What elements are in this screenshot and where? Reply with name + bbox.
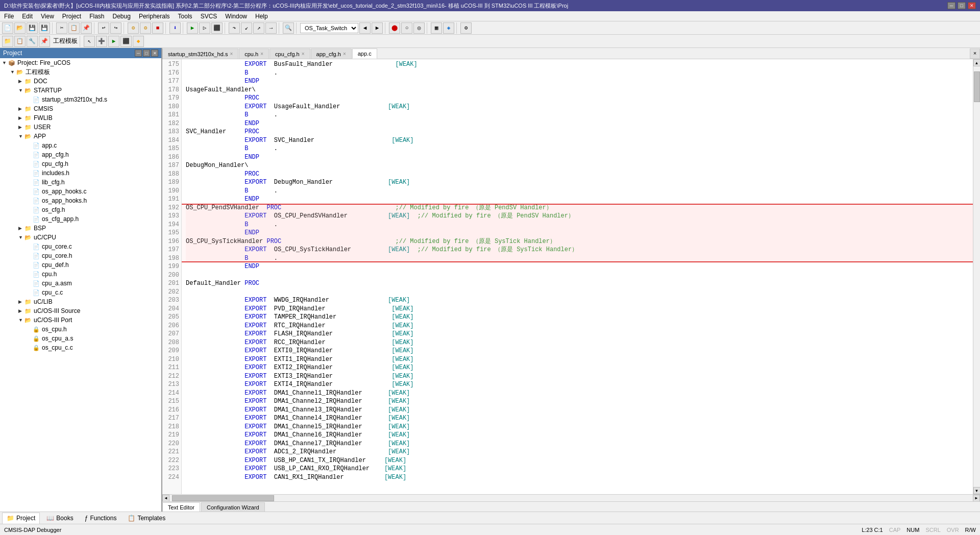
code-content[interactable]: EXPORT BusFault_Handler [WEAK] B . ENDPU… (182, 59, 973, 494)
menu-item-window[interactable]: Window (221, 11, 251, 21)
download-button[interactable]: ⬇ (169, 22, 181, 34)
tree-item[interactable]: ▼📂uC/OS-III Port (0, 315, 161, 325)
step-over-button[interactable]: ↷ (229, 22, 240, 34)
bottom-tab-project[interactable]: 📁Project (2, 513, 40, 524)
tree-item[interactable]: 🔒os_cpu.h (0, 325, 161, 334)
bottom-tab-books[interactable]: 📖Books (42, 513, 78, 524)
tree-item[interactable]: 📄os_cfg_app.h (0, 214, 161, 224)
tb2-btn2[interactable]: 📋 (14, 36, 26, 47)
tree-item[interactable]: ▼📂工程模板 (0, 67, 161, 77)
config-wizard-tab[interactable]: Configuration Wizard (201, 502, 265, 512)
editor-tab[interactable]: app_cfg.h× (311, 48, 352, 59)
project-close-button[interactable]: ✕ (151, 50, 158, 57)
scroll-right-button[interactable]: ▶ (973, 495, 980, 502)
redo-button[interactable]: ↪ (110, 22, 121, 34)
breakpoint-button[interactable]: ⬤ (389, 22, 400, 34)
tree-item[interactable]: ▶📁uC/OS-III Source (0, 306, 161, 315)
tree-item[interactable]: 📄cpu_cfg.h (0, 159, 161, 168)
clear-breakpoint-button[interactable]: ○ (401, 22, 412, 34)
save-button[interactable]: 💾 (27, 22, 38, 34)
tree-item[interactable]: 📄app_cfg.h (0, 150, 161, 159)
tree-item[interactable]: 📄cpu_a.asm (0, 279, 161, 288)
scroll-left-button[interactable]: ◀ (162, 495, 169, 502)
menu-item-view[interactable]: View (37, 11, 58, 21)
build-button[interactable]: ⚙ (128, 22, 139, 34)
tree-item[interactable]: ▶📁BSP (0, 224, 161, 233)
options-button[interactable]: ⚙ (460, 22, 472, 34)
tree-item[interactable]: 📄cpu_c.c (0, 288, 161, 297)
menu-item-tools[interactable]: Tools (174, 11, 197, 21)
run-button[interactable]: ▷ (199, 22, 210, 34)
step-out-button[interactable]: ↗ (253, 22, 264, 34)
text-editor-tab[interactable]: Text Editor (162, 502, 200, 512)
cut-button[interactable]: ✂ (56, 22, 67, 34)
tree-item[interactable]: 📄os_app_hooks.c (0, 187, 161, 196)
tree-item[interactable]: ▶📁CMSIS (0, 104, 161, 113)
tree-item[interactable]: ▼📦Project: Fire_uCOS (0, 58, 161, 67)
tree-item[interactable]: 📄cpu_def.h (0, 260, 161, 270)
tree-item[interactable]: 📄os_app_hooks.h (0, 196, 161, 205)
close-all-tabs-button[interactable]: × (970, 48, 980, 59)
tree-item[interactable]: 📄lib_cfg.h (0, 178, 161, 187)
minimize-button[interactable]: ─ (947, 2, 955, 9)
tree-item[interactable]: 🔒os_cpu_a.s (0, 334, 161, 343)
next-button[interactable]: ▶ (372, 22, 383, 34)
scroll-h-thumb[interactable] (172, 495, 274, 501)
tab-close-button[interactable]: × (260, 51, 263, 57)
menu-item-project[interactable]: Project (58, 11, 85, 21)
tb2-orange[interactable]: ◆ (133, 36, 144, 47)
tab-close-button[interactable]: × (343, 51, 346, 57)
tab-close-button[interactable]: × (302, 51, 305, 57)
tree-item[interactable]: ▼📂STARTUP (0, 86, 161, 95)
menu-item-file[interactable]: File (0, 11, 18, 21)
menu-item-help[interactable]: Help (251, 11, 272, 21)
project-maximize-button[interactable]: □ (143, 50, 150, 57)
undo-button[interactable]: ↩ (98, 22, 109, 34)
bottom-tab-templates[interactable]: 📋Templates (123, 513, 170, 524)
tb2-btn1[interactable]: 📁 (2, 36, 13, 47)
editor-tab[interactable]: cpu.h× (239, 48, 269, 59)
tree-item[interactable]: 📄startup_stm32f10x_hd.s (0, 95, 161, 104)
tb2-add[interactable]: ➕ (96, 36, 107, 47)
tb2-btn3[interactable]: 🔧 (27, 36, 38, 47)
project-minimize-button[interactable]: ─ (135, 50, 142, 57)
search-button[interactable]: 🔍 (283, 22, 294, 34)
save-all-button[interactable]: 💾 (39, 22, 50, 34)
tree-item[interactable]: ▶📁uC/LIB (0, 297, 161, 306)
paste-button[interactable]: 📌 (81, 22, 92, 34)
menu-item-debug[interactable]: Debug (109, 11, 135, 21)
editor-tab[interactable]: startup_stm32f10x_hd.s× (162, 48, 238, 59)
toggle-breakpoint-button[interactable]: ◎ (413, 22, 425, 34)
tree-item[interactable]: 📄cpu.h (0, 270, 161, 279)
tree-item[interactable]: 📄includes.h (0, 168, 161, 178)
tree-item[interactable]: 🔒os_cpu_c.c (0, 343, 161, 352)
watch-button[interactable]: ◈ (443, 22, 454, 34)
memory-button[interactable]: ▦ (431, 22, 442, 34)
menu-item-flash[interactable]: Flash (85, 11, 108, 21)
tree-item[interactable]: 📄cpu_core.h (0, 251, 161, 260)
step-into-button[interactable]: ↙ (241, 22, 252, 34)
open-button[interactable]: 📂 (14, 22, 26, 34)
stop-button[interactable]: ■ (152, 22, 163, 34)
menu-item-peripherals[interactable]: Peripherals (135, 11, 174, 21)
tree-item[interactable]: 📄cpu_core.c (0, 242, 161, 251)
tree-item[interactable]: ▼📂uC/CPU (0, 233, 161, 242)
rebuild-button[interactable]: ⚙ (140, 22, 151, 34)
function-select[interactable]: OS_Task_Switch (300, 23, 358, 33)
scroll-up-button[interactable]: ▲ (973, 59, 981, 66)
close-button[interactable]: ✕ (968, 2, 976, 9)
tb2-green1[interactable]: ▶ (108, 36, 119, 47)
prev-button[interactable]: ◀ (359, 22, 371, 34)
tree-item[interactable]: 📄os_cfg.h (0, 205, 161, 214)
run-to-button[interactable]: → (265, 22, 277, 34)
tb2-cursor[interactable]: ↖ (84, 36, 95, 47)
scroll-thumb[interactable] (974, 71, 980, 102)
tree-item[interactable]: ▶📁FWLIB (0, 113, 161, 123)
menu-item-svcs[interactable]: SVCS (197, 11, 222, 21)
tree-item[interactable]: ▼📂APP (0, 132, 161, 141)
editor-tab[interactable]: cpu_cfg.h× (270, 48, 310, 59)
new-file-button[interactable]: 📄 (2, 22, 13, 34)
tree-item[interactable]: ▶📁DOC (0, 77, 161, 86)
tab-close-button[interactable]: × (230, 51, 233, 57)
tb2-green2[interactable]: ⬛ (120, 36, 132, 47)
